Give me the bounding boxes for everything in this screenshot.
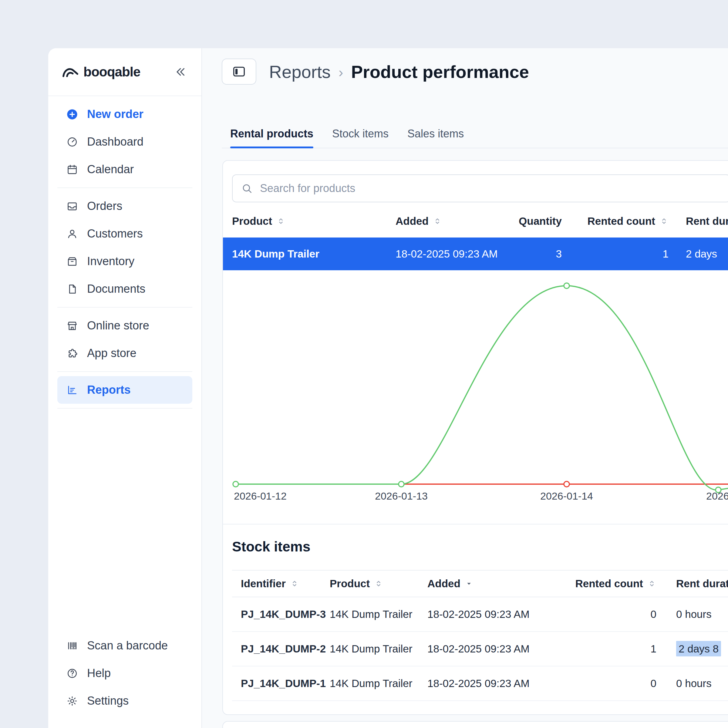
stock-row[interactable]: PJ_14K_DUMP-1 14K Dump Trailer 18-02-202… xyxy=(232,667,728,701)
sidebar-nav: New order Dashboard Calendar xyxy=(48,96,202,408)
booqable-logo[interactable]: booqable xyxy=(61,64,141,80)
page-title: Product performance xyxy=(351,61,529,82)
tab-sales-items[interactable]: Sales items xyxy=(407,120,464,148)
stock-row[interactable]: PJ_14K_DUMP-2 14K Dump Trailer 18-02-202… xyxy=(232,632,728,667)
breadcrumb-separator-icon: › xyxy=(338,64,343,80)
nav-group-3: Online store App store xyxy=(57,307,192,372)
breadcrumb-section[interactable]: Reports xyxy=(269,61,330,82)
section-divider xyxy=(223,524,728,525)
logo-text: booqable xyxy=(83,64,141,80)
column-header-identifier[interactable]: Identifier xyxy=(232,578,330,590)
sidebar-item-calendar[interactable]: Calendar xyxy=(57,156,192,183)
sidebar-item-settings[interactable]: Settings xyxy=(57,687,192,715)
column-header-added[interactable]: Added xyxy=(396,215,505,227)
sidebar-item-documents[interactable]: Documents xyxy=(57,275,192,303)
stock-table-header: Identifier Product Added Rented count Re… xyxy=(232,570,728,597)
sidebar-item-orders[interactable]: Orders xyxy=(57,192,192,220)
booqable-logo-icon xyxy=(61,65,79,78)
rent-duration-cell: 0 hours xyxy=(656,608,728,620)
column-label: Rented count xyxy=(587,215,655,227)
identifier-cell: PJ_14K_DUMP-2 xyxy=(232,643,330,655)
sidebar: booqable New order xyxy=(48,48,202,728)
sidebar-item-inventory[interactable]: Inventory xyxy=(57,248,192,275)
column-label: Rent duration xyxy=(676,578,728,590)
sidebar-item-label: Orders xyxy=(87,200,122,213)
product-row-selected[interactable]: 14K Dump Trailer 18-02-2025 09:23 AM 3 1… xyxy=(223,237,728,270)
main-header: Reports › Product performance xyxy=(222,58,529,85)
data-point-peak[interactable] xyxy=(564,283,569,289)
sidebar-item-app-store[interactable]: App store xyxy=(57,340,192,367)
product-search[interactable] xyxy=(232,174,728,202)
sort-icon[interactable] xyxy=(276,217,286,226)
collapse-sidebar-button[interactable] xyxy=(172,63,189,80)
quantity-cell: 3 xyxy=(505,248,562,260)
column-header-rented-count[interactable]: Rented count xyxy=(562,215,668,227)
data-point-red[interactable] xyxy=(564,482,569,487)
sort-icon[interactable] xyxy=(659,217,668,226)
next-section-card xyxy=(222,721,728,728)
added-cell: 18-02-2025 09:23 AM xyxy=(396,248,505,260)
sidebar-item-label: Dashboard xyxy=(87,135,144,148)
sidebar-item-dashboard[interactable]: Dashboard xyxy=(57,128,192,156)
products-table-header: Product Added Quantity Rented count Rent… xyxy=(232,211,728,231)
column-header-rent-duration[interactable]: Rent duration xyxy=(668,215,728,227)
column-header-rented-count[interactable]: Rented count xyxy=(558,578,656,590)
sidebar-item-label: App store xyxy=(87,347,136,360)
orders-icon xyxy=(66,200,78,212)
tab-rental-products[interactable]: Rental products xyxy=(230,120,314,148)
nav-group-4: Reports xyxy=(57,372,192,408)
panel-left-icon xyxy=(232,64,246,78)
added-cell: 18-02-2025 09:23 AM xyxy=(427,608,558,620)
rented-count-cell: 0 xyxy=(558,608,656,620)
sidebar-item-reports[interactable]: Reports xyxy=(57,376,192,404)
toggle-sidebar-button[interactable] xyxy=(222,58,256,85)
sort-icon[interactable] xyxy=(647,579,656,588)
column-header-added[interactable]: Added xyxy=(427,578,558,590)
x-axis-label: 2026-01-13 xyxy=(375,490,428,502)
column-label: Product xyxy=(232,215,272,227)
sidebar-item-help[interactable]: Help xyxy=(57,659,192,687)
stock-row[interactable]: PJ_14K_DUMP-3 14K Dump Trailer 18-02-202… xyxy=(232,597,728,632)
nav-group-2: Orders Customers Inventory xyxy=(57,188,192,307)
sort-icon[interactable] xyxy=(290,579,299,588)
product-cell: 14K Dump Trailer xyxy=(330,643,427,655)
sidebar-item-new-order[interactable]: New order xyxy=(57,100,192,128)
column-header-rent-duration[interactable]: Rent duration xyxy=(656,578,728,590)
sidebar-item-label: Calendar xyxy=(87,163,134,176)
data-point[interactable] xyxy=(233,482,239,487)
tab-bar: Rental products Stock items Sales items xyxy=(222,120,728,148)
sort-icon[interactable] xyxy=(374,579,383,588)
column-header-quantity[interactable]: Quantity xyxy=(505,215,562,227)
settings-gear-icon xyxy=(66,695,78,707)
sidebar-item-scan-barcode[interactable]: Scan a barcode xyxy=(57,632,192,659)
search-input[interactable] xyxy=(259,182,721,195)
added-cell: 18-02-2025 09:23 AM xyxy=(427,678,558,690)
sidebar-item-label: Reports xyxy=(87,384,131,396)
chevrons-left-icon xyxy=(174,66,186,78)
help-icon xyxy=(66,668,78,679)
column-header-product[interactable]: Product xyxy=(232,215,396,227)
data-point[interactable] xyxy=(399,482,404,487)
main-area: Reports › Product performance Rental pro… xyxy=(203,48,728,728)
identifier-cell: PJ_14K_DUMP-1 xyxy=(232,678,330,690)
stock-items-heading: Stock items xyxy=(232,538,728,555)
sidebar-item-customers[interactable]: Customers xyxy=(57,220,192,248)
sidebar-item-online-store[interactable]: Online store xyxy=(57,312,192,340)
x-axis-label: 2026-01-14 xyxy=(540,490,593,502)
rented-count-cell: 0 xyxy=(558,678,656,690)
column-header-product[interactable]: Product xyxy=(330,578,427,590)
sort-descending-icon[interactable] xyxy=(465,580,473,588)
added-cell: 18-02-2025 09:23 AM xyxy=(427,643,558,655)
tab-stock-items[interactable]: Stock items xyxy=(332,120,388,148)
online-store-icon xyxy=(66,320,78,332)
customers-icon xyxy=(66,228,78,240)
plus-circle-icon xyxy=(66,109,78,120)
rent-duration-cell: 2 days 8 xyxy=(656,643,728,655)
sort-icon[interactable] xyxy=(433,217,442,226)
inventory-icon xyxy=(66,256,78,267)
sidebar-item-label: Documents xyxy=(87,282,145,295)
column-label: Identifier xyxy=(241,578,286,590)
breadcrumb: Reports › Product performance xyxy=(269,61,529,82)
calendar-icon xyxy=(66,164,78,175)
sidebar-logo-row: booqable xyxy=(48,48,202,96)
